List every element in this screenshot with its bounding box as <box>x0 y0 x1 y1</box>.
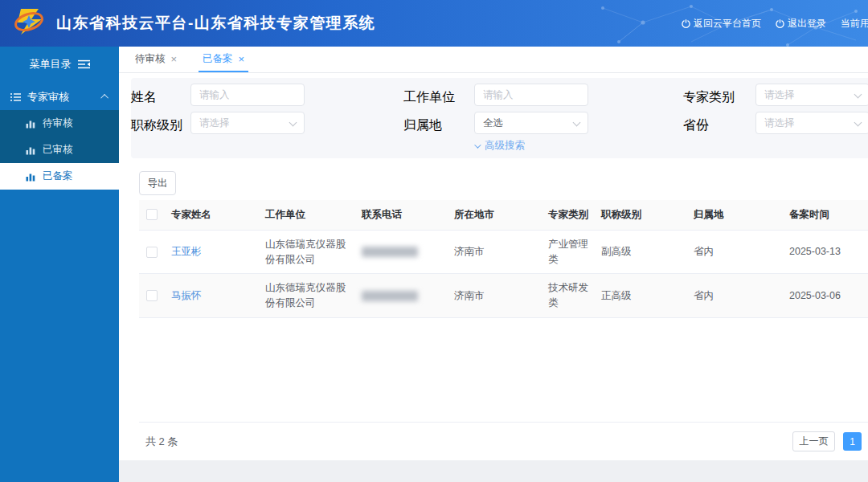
chevron-down-icon <box>474 141 481 148</box>
chevron-down-icon <box>854 91 862 99</box>
current-user-label: 当前用户：山东 <box>841 17 868 31</box>
sidebar-item-label: 已审核 <box>43 143 73 157</box>
expert-name-link[interactable]: 王亚彬 <box>171 244 202 259</box>
total-count-label: 共 2 条 <box>145 435 178 449</box>
sidebar-section-expert-review[interactable]: 专家审核 <box>0 84 119 110</box>
tab-label: 已备案 <box>203 52 233 66</box>
col-work-unit: 工作单位 <box>259 200 355 230</box>
filter-label-province: 省份 <box>683 117 747 134</box>
category-text: 技术研发类 <box>542 274 595 317</box>
sidebar-section-label: 专家审核 <box>27 90 69 104</box>
filter-label-category: 专家类别 <box>683 89 747 106</box>
export-button[interactable]: 导出 <box>139 171 176 195</box>
phone-redacted <box>362 247 418 257</box>
select-all-checkbox[interactable] <box>146 209 158 220</box>
return-cloud-home-label: 返回云平台首页 <box>694 17 761 31</box>
table-row: 王亚彬 山东德瑞克仪器股份有限公司 济南市 产业管理类 副高级 省内 2025-… <box>139 231 868 275</box>
advanced-search-label: 高级搜索 <box>485 140 525 151</box>
table-row: 马振怀 山东德瑞克仪器股份有限公司 济南市 技术研发类 正高级 省内 2025-… <box>139 274 868 318</box>
logout-label: 退出登录 <box>788 17 826 31</box>
sidebar-item-pending-review[interactable]: 待审核 <box>0 110 119 137</box>
return-cloud-home-link[interactable]: 返回云平台首页 <box>682 17 761 31</box>
chevron-down-icon <box>854 119 862 127</box>
sidebar-item-label: 已备案 <box>43 170 73 183</box>
tab-recorded[interactable]: 已备案 × <box>199 47 248 72</box>
title-level-text: 正高级 <box>595 274 687 317</box>
app-logo-icon <box>11 5 47 42</box>
region-text: 省内 <box>687 274 783 317</box>
sidebar-item-label: 待审核 <box>43 116 73 130</box>
name-input[interactable] <box>190 84 305 106</box>
power-icon <box>776 19 784 28</box>
chevron-down-icon <box>289 119 297 127</box>
region-text: 省内 <box>687 231 783 274</box>
close-icon[interactable]: × <box>171 54 178 64</box>
record-date-text: 2025-03-13 <box>783 231 868 274</box>
bar-chart-icon <box>26 172 35 182</box>
row-checkbox[interactable] <box>146 290 158 301</box>
row-checkbox[interactable] <box>146 247 158 258</box>
province-select[interactable]: 请选择 <box>755 112 868 134</box>
menu-fold-icon <box>78 59 90 69</box>
bar-chart-icon <box>26 145 35 155</box>
chevron-up-icon <box>100 94 108 102</box>
menu-directory-label: 菜单目录 <box>30 57 72 71</box>
sidebar-submenu: 待审核 已审核 已备案 <box>0 110 119 190</box>
select-value: 全选 <box>483 116 503 130</box>
tab-pending-review[interactable]: 待审核 × <box>131 47 181 72</box>
app-header: 山东省科技云平台-山东省科技专家管理系统 返回云平台首页 退出登录 当前用户：山… <box>0 0 868 47</box>
page-1-button[interactable]: 1 <box>843 432 862 451</box>
tab-bar: 待审核 × 已备案 × <box>119 47 868 73</box>
select-placeholder: 请选择 <box>764 116 795 130</box>
col-category: 专家类别 <box>542 200 595 230</box>
filter-label-region: 归属地 <box>403 117 468 134</box>
region-select[interactable]: 全选 <box>474 112 588 134</box>
col-expert-name: 专家姓名 <box>165 200 259 230</box>
filter-label-title-level: 职称级别 <box>131 117 183 134</box>
select-placeholder: 请选择 <box>199 116 230 130</box>
power-icon <box>682 19 690 28</box>
table-header-row: 专家姓名 工作单位 联系电话 所在地市 专家类别 职称级别 归属地 备案时间 <box>139 200 868 231</box>
prev-page-button[interactable]: 上一页 <box>792 431 835 451</box>
city-text: 济南市 <box>448 231 542 274</box>
col-phone: 联系电话 <box>355 200 448 230</box>
col-title-level: 职称级别 <box>595 200 687 230</box>
col-region: 归属地 <box>687 200 783 230</box>
chevron-down-icon <box>573 119 581 127</box>
phone-redacted <box>362 291 418 301</box>
list-icon <box>10 92 21 102</box>
close-icon[interactable]: × <box>239 54 245 64</box>
work-unit-text: 山东德瑞克仪器股份有限公司 <box>265 280 349 311</box>
filter-label-name: 姓名 <box>131 89 183 106</box>
logout-link[interactable]: 退出登录 <box>776 17 826 31</box>
header-right-links: 返回云平台首页 退出登录 当前用户：山东 <box>682 0 868 47</box>
advanced-search-link[interactable]: 高级搜索 <box>131 139 868 153</box>
sidebar: 菜单目录 专家审核 待审核 已审核 已备案 <box>0 47 119 482</box>
filter-panel: 姓名 工作单位 专家类别 请选择 职称级别 请选择 归属地 全选 省份 请选择 … <box>131 78 868 158</box>
tab-label: 待审核 <box>135 52 166 66</box>
expert-name-link[interactable]: 马振怀 <box>171 288 202 304</box>
org-input[interactable] <box>474 84 588 106</box>
app-title: 山东省科技云平台-山东省科技专家管理系统 <box>56 13 375 34</box>
category-select[interactable]: 请选择 <box>755 84 868 106</box>
category-text: 产业管理类 <box>542 231 595 274</box>
work-unit-text: 山东德瑞克仪器股份有限公司 <box>265 237 349 268</box>
experts-table: 专家姓名 工作单位 联系电话 所在地市 专家类别 职称级别 归属地 备案时间 王… <box>139 200 868 423</box>
title-level-select[interactable]: 请选择 <box>190 112 305 134</box>
record-date-text: 2025-03-06 <box>783 274 868 317</box>
filter-label-org: 工作单位 <box>403 89 468 106</box>
bar-chart-icon <box>26 119 35 129</box>
sidebar-item-recorded[interactable]: 已备案 <box>0 163 119 190</box>
col-city: 所在地市 <box>448 200 542 230</box>
col-record-date: 备案时间 <box>783 200 868 230</box>
sidebar-item-reviewed[interactable]: 已审核 <box>0 137 119 163</box>
menu-directory-toggle[interactable]: 菜单目录 <box>0 47 119 77</box>
select-placeholder: 请选择 <box>764 88 795 102</box>
city-text: 济南市 <box>448 274 542 317</box>
title-level-text: 副高级 <box>595 231 687 274</box>
